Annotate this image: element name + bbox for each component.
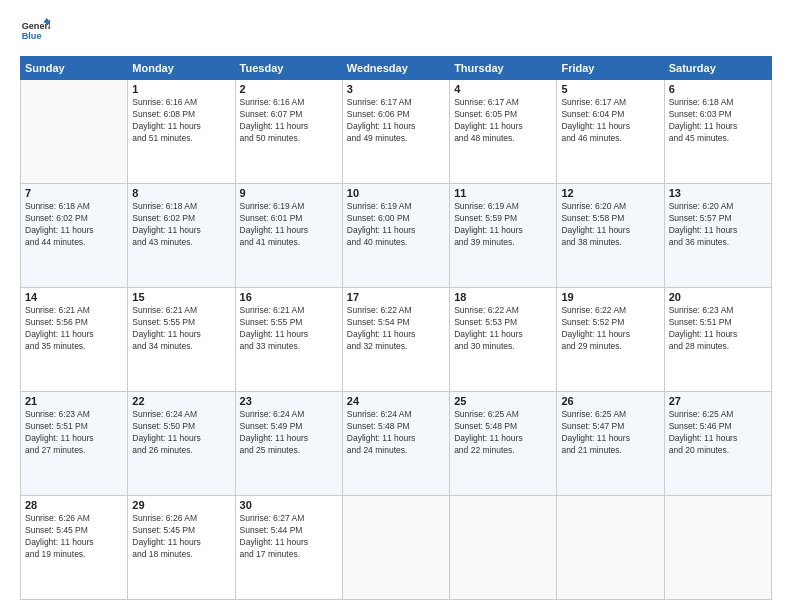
week-row-2: 7Sunrise: 6:18 AM Sunset: 6:02 PM Daylig…: [21, 184, 772, 288]
day-number: 23: [240, 395, 338, 407]
day-info: Sunrise: 6:17 AM Sunset: 6:04 PM Dayligh…: [561, 97, 659, 145]
logo: General Blue: [20, 16, 50, 46]
col-header-friday: Friday: [557, 57, 664, 80]
calendar-cell: 20Sunrise: 6:23 AM Sunset: 5:51 PM Dayli…: [664, 288, 771, 392]
calendar-cell: 19Sunrise: 6:22 AM Sunset: 5:52 PM Dayli…: [557, 288, 664, 392]
day-info: Sunrise: 6:26 AM Sunset: 5:45 PM Dayligh…: [132, 513, 230, 561]
day-number: 14: [25, 291, 123, 303]
day-info: Sunrise: 6:18 AM Sunset: 6:02 PM Dayligh…: [25, 201, 123, 249]
calendar-cell: 1Sunrise: 6:16 AM Sunset: 6:08 PM Daylig…: [128, 80, 235, 184]
calendar-cell: [342, 496, 449, 600]
day-info: Sunrise: 6:26 AM Sunset: 5:45 PM Dayligh…: [25, 513, 123, 561]
header: General Blue: [20, 16, 772, 46]
day-number: 24: [347, 395, 445, 407]
calendar-cell: 12Sunrise: 6:20 AM Sunset: 5:58 PM Dayli…: [557, 184, 664, 288]
calendar-cell: 23Sunrise: 6:24 AM Sunset: 5:49 PM Dayli…: [235, 392, 342, 496]
calendar-header-row: SundayMondayTuesdayWednesdayThursdayFrid…: [21, 57, 772, 80]
day-number: 12: [561, 187, 659, 199]
day-number: 22: [132, 395, 230, 407]
day-number: 17: [347, 291, 445, 303]
day-info: Sunrise: 6:18 AM Sunset: 6:02 PM Dayligh…: [132, 201, 230, 249]
day-number: 25: [454, 395, 552, 407]
calendar-cell: 8Sunrise: 6:18 AM Sunset: 6:02 PM Daylig…: [128, 184, 235, 288]
day-info: Sunrise: 6:19 AM Sunset: 6:01 PM Dayligh…: [240, 201, 338, 249]
calendar-cell: 30Sunrise: 6:27 AM Sunset: 5:44 PM Dayli…: [235, 496, 342, 600]
calendar-cell: 18Sunrise: 6:22 AM Sunset: 5:53 PM Dayli…: [450, 288, 557, 392]
day-number: 15: [132, 291, 230, 303]
week-row-3: 14Sunrise: 6:21 AM Sunset: 5:56 PM Dayli…: [21, 288, 772, 392]
calendar-cell: 4Sunrise: 6:17 AM Sunset: 6:05 PM Daylig…: [450, 80, 557, 184]
day-info: Sunrise: 6:16 AM Sunset: 6:08 PM Dayligh…: [132, 97, 230, 145]
day-info: Sunrise: 6:24 AM Sunset: 5:48 PM Dayligh…: [347, 409, 445, 457]
calendar-body: 1Sunrise: 6:16 AM Sunset: 6:08 PM Daylig…: [21, 80, 772, 600]
col-header-tuesday: Tuesday: [235, 57, 342, 80]
day-number: 19: [561, 291, 659, 303]
calendar-cell: [664, 496, 771, 600]
day-number: 29: [132, 499, 230, 511]
col-header-saturday: Saturday: [664, 57, 771, 80]
calendar-cell: [21, 80, 128, 184]
calendar-cell: 27Sunrise: 6:25 AM Sunset: 5:46 PM Dayli…: [664, 392, 771, 496]
day-number: 18: [454, 291, 552, 303]
calendar-cell: 14Sunrise: 6:21 AM Sunset: 5:56 PM Dayli…: [21, 288, 128, 392]
calendar-table: SundayMondayTuesdayWednesdayThursdayFrid…: [20, 56, 772, 600]
day-info: Sunrise: 6:21 AM Sunset: 5:55 PM Dayligh…: [240, 305, 338, 353]
calendar-cell: 15Sunrise: 6:21 AM Sunset: 5:55 PM Dayli…: [128, 288, 235, 392]
week-row-1: 1Sunrise: 6:16 AM Sunset: 6:08 PM Daylig…: [21, 80, 772, 184]
calendar-cell: 21Sunrise: 6:23 AM Sunset: 5:51 PM Dayli…: [21, 392, 128, 496]
day-number: 2: [240, 83, 338, 95]
calendar-cell: 13Sunrise: 6:20 AM Sunset: 5:57 PM Dayli…: [664, 184, 771, 288]
calendar-cell: 16Sunrise: 6:21 AM Sunset: 5:55 PM Dayli…: [235, 288, 342, 392]
day-number: 20: [669, 291, 767, 303]
day-number: 16: [240, 291, 338, 303]
day-info: Sunrise: 6:18 AM Sunset: 6:03 PM Dayligh…: [669, 97, 767, 145]
day-number: 13: [669, 187, 767, 199]
day-number: 11: [454, 187, 552, 199]
day-number: 3: [347, 83, 445, 95]
svg-text:General: General: [22, 21, 50, 31]
col-header-monday: Monday: [128, 57, 235, 80]
day-info: Sunrise: 6:16 AM Sunset: 6:07 PM Dayligh…: [240, 97, 338, 145]
calendar-cell: 5Sunrise: 6:17 AM Sunset: 6:04 PM Daylig…: [557, 80, 664, 184]
day-info: Sunrise: 6:25 AM Sunset: 5:47 PM Dayligh…: [561, 409, 659, 457]
calendar-cell: 11Sunrise: 6:19 AM Sunset: 5:59 PM Dayli…: [450, 184, 557, 288]
day-info: Sunrise: 6:20 AM Sunset: 5:58 PM Dayligh…: [561, 201, 659, 249]
calendar-cell: 7Sunrise: 6:18 AM Sunset: 6:02 PM Daylig…: [21, 184, 128, 288]
svg-text:Blue: Blue: [22, 31, 42, 41]
day-number: 7: [25, 187, 123, 199]
day-number: 30: [240, 499, 338, 511]
calendar-cell: 10Sunrise: 6:19 AM Sunset: 6:00 PM Dayli…: [342, 184, 449, 288]
day-number: 6: [669, 83, 767, 95]
day-info: Sunrise: 6:17 AM Sunset: 6:06 PM Dayligh…: [347, 97, 445, 145]
calendar-cell: 17Sunrise: 6:22 AM Sunset: 5:54 PM Dayli…: [342, 288, 449, 392]
col-header-sunday: Sunday: [21, 57, 128, 80]
calendar-cell: 24Sunrise: 6:24 AM Sunset: 5:48 PM Dayli…: [342, 392, 449, 496]
day-number: 4: [454, 83, 552, 95]
day-info: Sunrise: 6:27 AM Sunset: 5:44 PM Dayligh…: [240, 513, 338, 561]
calendar-cell: 22Sunrise: 6:24 AM Sunset: 5:50 PM Dayli…: [128, 392, 235, 496]
day-info: Sunrise: 6:24 AM Sunset: 5:49 PM Dayligh…: [240, 409, 338, 457]
calendar-cell: 29Sunrise: 6:26 AM Sunset: 5:45 PM Dayli…: [128, 496, 235, 600]
day-info: Sunrise: 6:20 AM Sunset: 5:57 PM Dayligh…: [669, 201, 767, 249]
col-header-thursday: Thursday: [450, 57, 557, 80]
day-info: Sunrise: 6:24 AM Sunset: 5:50 PM Dayligh…: [132, 409, 230, 457]
logo-icon: General Blue: [20, 16, 50, 46]
calendar-cell: 25Sunrise: 6:25 AM Sunset: 5:48 PM Dayli…: [450, 392, 557, 496]
day-info: Sunrise: 6:23 AM Sunset: 5:51 PM Dayligh…: [669, 305, 767, 353]
day-number: 28: [25, 499, 123, 511]
calendar-cell: 6Sunrise: 6:18 AM Sunset: 6:03 PM Daylig…: [664, 80, 771, 184]
col-header-wednesday: Wednesday: [342, 57, 449, 80]
day-info: Sunrise: 6:25 AM Sunset: 5:48 PM Dayligh…: [454, 409, 552, 457]
day-number: 10: [347, 187, 445, 199]
calendar-cell: 26Sunrise: 6:25 AM Sunset: 5:47 PM Dayli…: [557, 392, 664, 496]
day-info: Sunrise: 6:25 AM Sunset: 5:46 PM Dayligh…: [669, 409, 767, 457]
day-info: Sunrise: 6:22 AM Sunset: 5:52 PM Dayligh…: [561, 305, 659, 353]
day-info: Sunrise: 6:19 AM Sunset: 5:59 PM Dayligh…: [454, 201, 552, 249]
day-info: Sunrise: 6:17 AM Sunset: 6:05 PM Dayligh…: [454, 97, 552, 145]
week-row-4: 21Sunrise: 6:23 AM Sunset: 5:51 PM Dayli…: [21, 392, 772, 496]
day-info: Sunrise: 6:21 AM Sunset: 5:55 PM Dayligh…: [132, 305, 230, 353]
calendar-cell: [557, 496, 664, 600]
day-info: Sunrise: 6:23 AM Sunset: 5:51 PM Dayligh…: [25, 409, 123, 457]
calendar-cell: 9Sunrise: 6:19 AM Sunset: 6:01 PM Daylig…: [235, 184, 342, 288]
calendar-page: General Blue SundayMondayTuesdayWednesda…: [0, 0, 792, 612]
